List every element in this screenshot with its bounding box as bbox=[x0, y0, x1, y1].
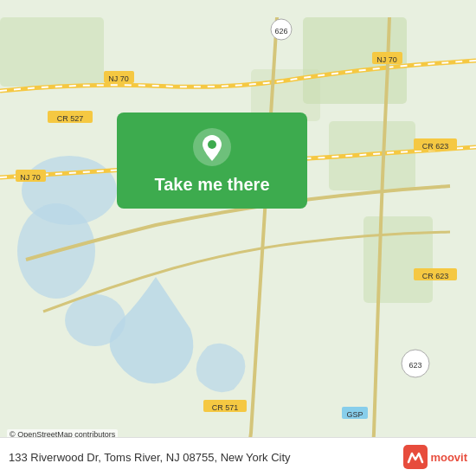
svg-rect-7 bbox=[0, 17, 104, 87]
location-pin-icon bbox=[193, 128, 231, 166]
moovit-brand-label: moovit bbox=[430, 451, 467, 464]
take-me-there-label: Take me there bbox=[154, 175, 269, 195]
svg-text:NJ 70: NJ 70 bbox=[376, 55, 397, 64]
svg-rect-31 bbox=[403, 445, 428, 469]
map-container: CR 527 NJ 70 NJ 70 NJ 70 CR 623 CR 623 6… bbox=[0, 0, 476, 476]
take-me-there-button[interactable]: Take me there bbox=[117, 113, 307, 209]
svg-text:623: 623 bbox=[408, 361, 421, 370]
svg-text:CR 571: CR 571 bbox=[212, 403, 239, 412]
svg-text:GSP: GSP bbox=[346, 410, 363, 419]
address-text: 133 Riverwood Dr, Toms River, NJ 08755, … bbox=[9, 451, 403, 464]
svg-rect-6 bbox=[363, 216, 433, 303]
moovit-logo: moovit bbox=[403, 445, 467, 469]
moovit-brand-icon bbox=[403, 445, 428, 469]
map-background: CR 527 NJ 70 NJ 70 NJ 70 CR 623 CR 623 6… bbox=[0, 0, 476, 476]
svg-text:CR 527: CR 527 bbox=[57, 114, 84, 123]
svg-text:626: 626 bbox=[274, 27, 287, 35]
svg-point-30 bbox=[208, 140, 216, 149]
svg-text:NJ 70: NJ 70 bbox=[108, 74, 129, 83]
svg-text:CR 623: CR 623 bbox=[422, 272, 449, 280]
svg-text:CR 623: CR 623 bbox=[422, 142, 449, 151]
svg-text:NJ 70: NJ 70 bbox=[20, 173, 41, 182]
info-bar: 133 Riverwood Dr, Toms River, NJ 08755, … bbox=[0, 437, 476, 476]
